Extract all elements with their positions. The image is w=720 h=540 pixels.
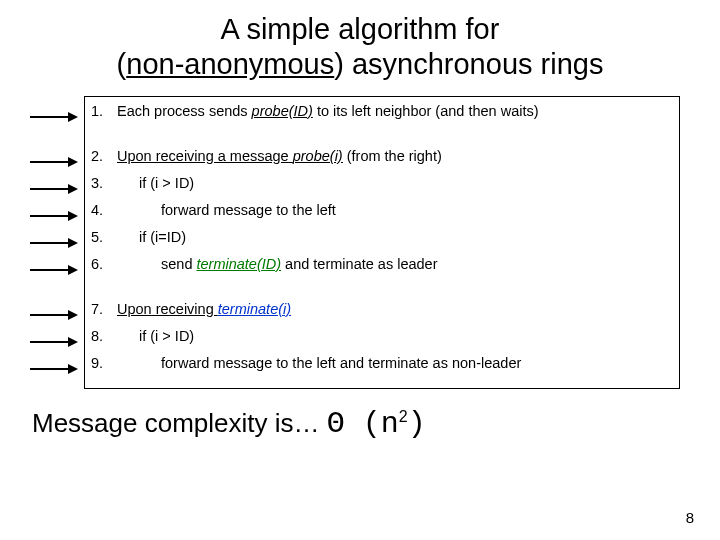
arrow-row [30, 284, 84, 302]
complexity-sup: 2 [399, 408, 408, 425]
complexity-close: ) [408, 407, 426, 441]
algo-line [91, 283, 669, 301]
arrow-icon [30, 365, 80, 373]
algorithm-container: 1.Each process sends probe(ID) to its le… [30, 96, 700, 389]
arrow-row [30, 257, 84, 284]
algo-line: 8.if (i > ID) [91, 328, 669, 355]
theta-symbol: Θ [327, 407, 345, 441]
arrow-icon [30, 212, 80, 220]
algo-line: 2.Upon receiving a message probe(i) (fro… [91, 148, 669, 175]
arrow-icon [30, 185, 80, 193]
arrow-icon [30, 113, 80, 121]
algo-line: 5.if (i=ID) [91, 229, 669, 256]
arrow-row [30, 104, 84, 131]
complexity-open: ( [345, 407, 381, 441]
algo-line: 4.forward message to the left [91, 202, 669, 229]
title-underlined: non-anonymous [126, 48, 334, 80]
page-number: 8 [686, 509, 694, 526]
algorithm-box: 1.Each process sends probe(ID) to its le… [84, 96, 680, 389]
algo-line: 6.send terminate(ID) and terminate as le… [91, 256, 669, 283]
title-prefix2: ( [117, 48, 127, 80]
arrow-row [30, 131, 84, 149]
arrow-row [30, 203, 84, 230]
arrow-icon [30, 266, 80, 274]
arrow-row [30, 329, 84, 356]
complexity-text: Message complexity is… Θ (n2) [32, 407, 700, 441]
arrow-row [30, 356, 84, 383]
arrow-row [30, 149, 84, 176]
arrow-row [30, 230, 84, 257]
algo-line: 7.Upon receiving terminate(i) [91, 301, 669, 328]
algo-line: 3.if (i > ID) [91, 175, 669, 202]
title-line1: A simple algorithm for [221, 13, 500, 45]
arrow-icon [30, 311, 80, 319]
arrow-column [30, 96, 84, 389]
algo-line: 9.forward message to the left and termin… [91, 355, 669, 382]
complexity-n: n [381, 407, 399, 441]
arrow-icon [30, 338, 80, 346]
algo-line [91, 130, 669, 148]
algo-line: 1.Each process sends probe(ID) to its le… [91, 103, 669, 130]
arrow-row [30, 302, 84, 329]
complexity-prefix: Message complexity is… [32, 408, 327, 438]
arrow-icon [30, 158, 80, 166]
title-suffix2: ) asynchronous rings [334, 48, 603, 80]
arrow-icon [30, 239, 80, 247]
arrow-row [30, 176, 84, 203]
slide-title: A simple algorithm for (non-anonymous) a… [20, 12, 700, 82]
